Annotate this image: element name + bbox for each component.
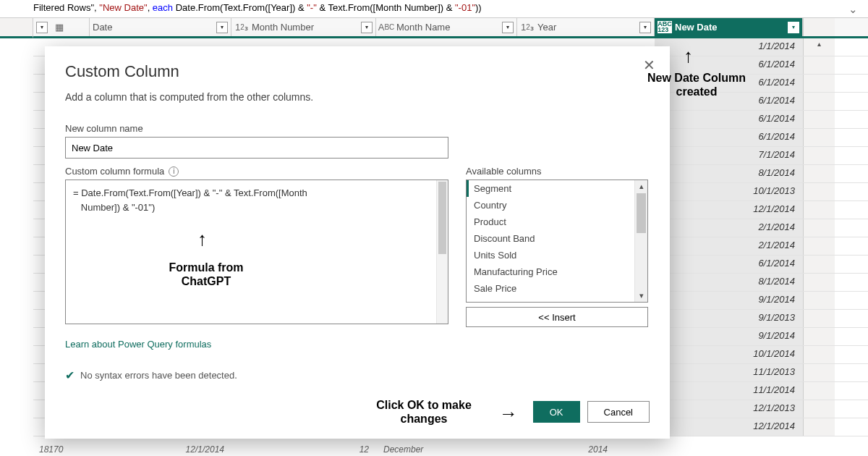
- formula-input[interactable]: = Date.From(Text.From([Year]) & "-" & Te…: [65, 180, 448, 324]
- cell-new-date: 9/1/2013: [655, 310, 803, 327]
- cell-new-date: 8/1/2014: [655, 165, 803, 182]
- annotation-new-column: New Date Column created: [635, 71, 758, 98]
- dialog-title: Custom Column: [65, 62, 650, 81]
- info-icon[interactable]: i: [169, 166, 179, 177]
- partial-bottom-row: 18170 12/1/2014 12 December 2014: [33, 444, 615, 455]
- available-column-item[interactable]: Country: [467, 197, 647, 214]
- scroll-up-arrow-icon[interactable]: ▴: [804, 40, 835, 48]
- available-columns-label: Available columns: [466, 166, 648, 177]
- column-name-input[interactable]: [65, 137, 448, 159]
- annotation-formula: Formula from ChatGPT: [152, 261, 260, 288]
- ok-button[interactable]: OK: [533, 401, 580, 423]
- column-header-year[interactable]: 12₃ Year ▾: [517, 18, 655, 36]
- formula-bar: Filtered Rows", "New Date", each Date.Fr…: [0, 0, 868, 18]
- cell-new-date: 2/1/2014: [655, 219, 803, 237]
- insert-button[interactable]: << Insert: [466, 307, 648, 327]
- cell-new-date: 1/1/2014: [655, 38, 803, 56]
- custom-column-dialog: ✕ Custom Column Add a column that is com…: [45, 46, 670, 439]
- text-type-icon: ABC: [379, 22, 393, 33]
- column-name-label: New column name: [65, 123, 650, 134]
- annotation-arrow-icon: →: [499, 402, 518, 425]
- cell-new-date: 8/1/2014: [655, 274, 803, 291]
- cell-new-date: 12/1/2014: [655, 418, 803, 436]
- available-column-item[interactable]: Manufacturing Price: [467, 263, 647, 280]
- available-column-item[interactable]: Segment: [467, 180, 647, 197]
- cell-new-date: 2/1/2014: [655, 237, 803, 255]
- scroll-up-arrow-icon[interactable]: ▴: [635, 182, 647, 191]
- filter-dropdown-icon[interactable]: ▾: [639, 22, 651, 33]
- cancel-button[interactable]: Cancel: [587, 401, 650, 423]
- formula-each: each: [153, 2, 173, 13]
- available-column-item[interactable]: Discount Band: [467, 230, 647, 247]
- list-scrollbar[interactable]: ▴ ▾: [634, 180, 647, 302]
- cell-new-date: 10/1/2014: [655, 346, 803, 363]
- expand-formula-chevron-icon[interactable]: ⌄: [848, 3, 858, 16]
- cell-new-date: 12/1/2013: [655, 400, 803, 418]
- formula-text: = Date.From(Text.From([Year]) & "-" & Te…: [73, 187, 307, 213]
- scrollbar-gutter: [803, 18, 835, 36]
- table-type-icon: ▦: [52, 22, 67, 33]
- filter-dropdown-icon[interactable]: ▾: [788, 22, 799, 33]
- formula-label: Custom column formula i: [65, 166, 448, 177]
- filter-dropdown-icon[interactable]: ▾: [36, 22, 48, 33]
- formula-colname: "New Date": [99, 2, 147, 13]
- any-type-icon: ABC123: [658, 21, 672, 33]
- cell-new-date: 6/1/2014: [655, 111, 803, 128]
- column-label: Year: [537, 22, 556, 33]
- cell-new-date: 9/1/2014: [655, 292, 803, 309]
- cell-new-date: 11/1/2014: [655, 382, 803, 400]
- cell-new-date: 7/1/2014: [655, 147, 803, 164]
- row-number-header: [0, 18, 33, 38]
- column-label: Month Name: [396, 22, 450, 33]
- learn-link[interactable]: Learn about Power Query formulas: [65, 339, 211, 350]
- cell-new-date: 10/1/2013: [655, 183, 803, 200]
- column-label: Date: [93, 22, 112, 33]
- available-columns-list[interactable]: SegmentCountryProductDiscount BandUnits …: [466, 180, 648, 303]
- formula-scrollbar[interactable]: [436, 180, 448, 324]
- cell-new-date: 9/1/2014: [655, 328, 803, 345]
- cell-new-date: 6/1/2014: [655, 256, 803, 273]
- scroll-down-arrow-icon[interactable]: ▾: [635, 291, 647, 300]
- syntax-status: ✔ No syntax errors have been detected.: [65, 368, 448, 382]
- available-column-item[interactable]: Sale Price: [467, 280, 647, 297]
- column-label: Month Number: [252, 22, 314, 33]
- column-header-new-date[interactable]: ABC123 New Date ▾: [655, 18, 803, 36]
- available-column-item[interactable]: Product: [467, 214, 647, 230]
- available-column-item[interactable]: Units Sold: [467, 247, 647, 263]
- number-type-icon: 12₃: [520, 22, 535, 33]
- cell-new-date: 12/1/2014: [655, 201, 803, 219]
- check-icon: ✔: [65, 368, 75, 382]
- cell-new-date: 11/1/2013: [655, 364, 803, 381]
- filter-dropdown-icon[interactable]: ▾: [361, 22, 373, 33]
- dialog-subtitle: Add a column that is computed from the o…: [65, 91, 650, 103]
- column-header-month-name[interactable]: ABC Month Name ▾: [376, 18, 517, 36]
- annotation-arrow-icon: ↑: [197, 228, 207, 250]
- column-header-date[interactable]: Date ▾: [90, 18, 231, 36]
- column-header-month-number[interactable]: 12₃ Month Number ▾: [231, 18, 376, 36]
- formula-pre: Filtered Rows",: [33, 2, 99, 13]
- filter-dropdown-icon[interactable]: ▾: [216, 22, 228, 33]
- column-label: New Date: [675, 22, 718, 33]
- cell-new-date: 6/1/2014: [655, 129, 803, 146]
- annotation-ok: Click OK to make changes: [359, 398, 489, 426]
- column-header-index[interactable]: ▾ ▦: [33, 18, 90, 36]
- number-type-icon: 12₃: [234, 22, 249, 33]
- annotation-arrow-icon: ↑: [684, 45, 693, 67]
- filter-dropdown-icon[interactable]: ▾: [502, 22, 514, 33]
